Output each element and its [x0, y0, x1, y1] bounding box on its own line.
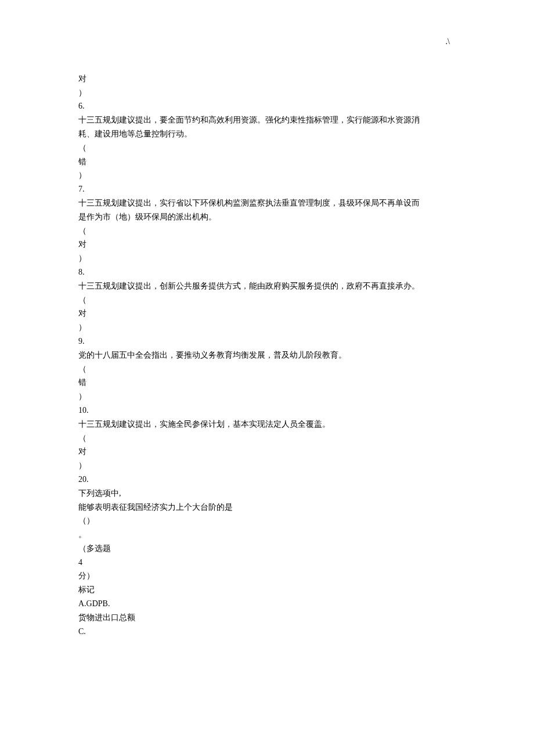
text-line: 下列选项中, — [78, 487, 456, 501]
text-line: 错 — [78, 155, 456, 169]
text-line: （ — [78, 431, 456, 445]
text-line: 党的十八届五中全会指出，要推动义务教育均衡发展，普及幼儿阶段教育。 — [78, 348, 456, 362]
text-line: 十三五规划建议提出，实施全民参保计划，基本实现法定人员全覆盖。 — [78, 417, 456, 431]
text-line: 对 — [78, 445, 456, 459]
text-line: （） — [78, 514, 456, 528]
text-line: ） — [78, 390, 456, 404]
text-line: 分） — [78, 569, 456, 583]
text-line: 10. — [78, 404, 456, 417]
text-line: 对 — [78, 237, 456, 251]
text-line: 对 — [78, 307, 456, 321]
text-line: ） — [78, 321, 456, 334]
document-body: 对）6.十三五规划建议提出，要全面节约和高效利用资源。强化约束性指标管理，实行能… — [78, 72, 456, 639]
text-line: 4 — [78, 556, 456, 570]
text-line: （多选题 — [78, 542, 456, 556]
text-line: 错 — [78, 376, 456, 390]
text-line: 6. — [78, 99, 456, 113]
text-line: C. — [78, 625, 456, 639]
text-line: 是作为市（地）级环保局的派出机构。 — [78, 210, 456, 224]
text-line: 标记 — [78, 583, 456, 597]
page-marker: .\ — [78, 35, 456, 49]
text-line: 对 — [78, 72, 456, 86]
text-line: 十三五规划建议提出，创新公共服务提供方式，能由政府购买服务提供的，政府不再直接承… — [78, 279, 456, 293]
text-line: （ — [78, 141, 456, 155]
text-line: ） — [78, 168, 456, 182]
text-line: ） — [78, 459, 456, 473]
text-line: A.GDPB. — [78, 597, 456, 611]
text-line: 9. — [78, 334, 456, 348]
text-line: 货物进出口总额 — [78, 611, 456, 625]
text-line: 十三五规划建议提出，要全面节约和高效利用资源。强化约束性指标管理，实行能源和水资… — [78, 113, 456, 127]
text-line: 。 — [78, 528, 456, 542]
text-line: 十三五规划建议提出，实行省以下环保机构监测监察执法垂直管理制度，县级环保局不再单… — [78, 196, 456, 210]
text-line: 20. — [78, 473, 456, 487]
text-line: 能够表明表征我国经济实力上个大台阶的是 — [78, 501, 456, 514]
text-line: （ — [78, 224, 456, 238]
text-line: 耗、建设用地等总量控制行动。 — [78, 127, 456, 141]
text-line: 7. — [78, 182, 456, 196]
document-page: .\ 对）6.十三五规划建议提出，要全面节约和高效利用资源。强化约束性指标管理，… — [0, 0, 534, 673]
text-line: ） — [78, 86, 456, 100]
text-line: （ — [78, 293, 456, 307]
text-line: ） — [78, 251, 456, 265]
text-line: （ — [78, 362, 456, 376]
text-line: 8. — [78, 265, 456, 279]
